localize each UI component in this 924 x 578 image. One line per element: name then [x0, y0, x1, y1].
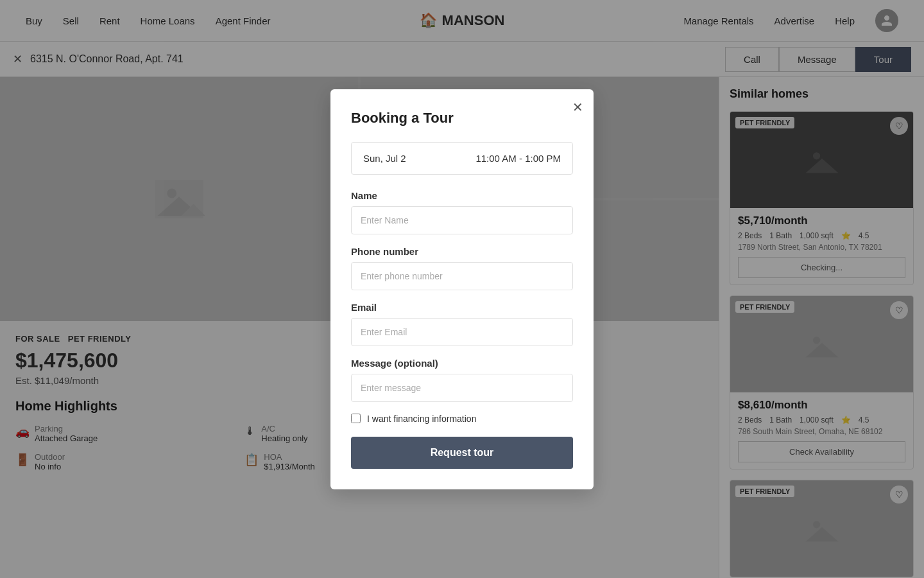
financing-checkbox-row: I want financing information	[351, 414, 573, 424]
name-field-group: Name	[351, 190, 573, 234]
email-input[interactable]	[351, 318, 573, 346]
message-input[interactable]	[351, 374, 573, 402]
phone-label: Phone number	[351, 246, 573, 257]
modal-title: Booking a Tour	[351, 110, 573, 127]
email-label: Email	[351, 302, 573, 313]
modal-close-button[interactable]: ✕	[572, 100, 583, 115]
message-label: Message (optional)	[351, 358, 573, 369]
booking-modal: ✕ Booking a Tour Sun, Jul 2 11:00 AM - 1…	[330, 89, 594, 489]
phone-input[interactable]	[351, 262, 573, 290]
name-input[interactable]	[351, 206, 573, 234]
email-field-group: Email	[351, 302, 573, 346]
date-time-row: Sun, Jul 2 11:00 AM - 1:00 PM	[351, 142, 573, 175]
modal-overlay[interactable]: ✕ Booking a Tour Sun, Jul 2 11:00 AM - 1…	[0, 0, 924, 578]
phone-field-group: Phone number	[351, 246, 573, 290]
modal-date: Sun, Jul 2	[363, 153, 406, 164]
request-tour-button[interactable]: Request tour	[351, 437, 573, 469]
financing-label[interactable]: I want financing information	[367, 414, 476, 424]
modal-time: 11:00 AM - 1:00 PM	[475, 153, 561, 164]
message-field-group: Message (optional)	[351, 358, 573, 402]
financing-checkbox[interactable]	[351, 414, 361, 423]
name-label: Name	[351, 190, 573, 201]
